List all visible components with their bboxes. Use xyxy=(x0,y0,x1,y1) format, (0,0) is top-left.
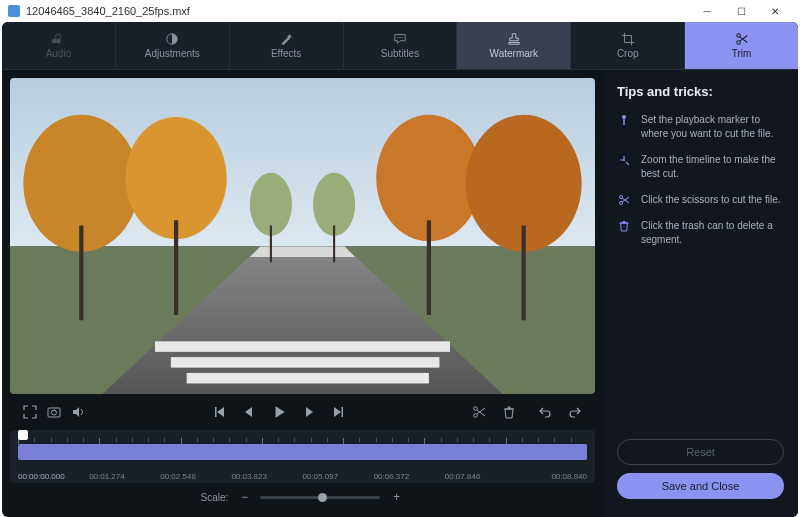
snapshot-button[interactable] xyxy=(42,400,66,424)
svg-point-3 xyxy=(402,37,403,38)
skip-end-button[interactable] xyxy=(327,400,351,424)
svg-point-5 xyxy=(736,41,740,45)
time-label: 00:02.548 xyxy=(160,472,231,481)
scissors-icon xyxy=(617,193,631,207)
wand-icon xyxy=(278,32,294,46)
minimize-button[interactable]: ─ xyxy=(690,0,724,22)
tab-subtitles[interactable]: Subtitles xyxy=(344,22,458,69)
time-label: 00:07.646 xyxy=(445,472,516,481)
tabs-bar: Audio Adjustments Effects Subtitles Wate… xyxy=(2,22,798,70)
delete-button[interactable] xyxy=(497,400,521,424)
timeline-labels: 00:00:00.000 00:01.274 00:02.548 00:03.8… xyxy=(10,470,595,481)
app-icon xyxy=(8,5,20,17)
scale-control: Scale: − + xyxy=(10,485,595,509)
svg-point-26 xyxy=(52,410,57,415)
crop-icon xyxy=(620,32,636,46)
tip-item: Set the playback marker to where you wan… xyxy=(617,113,784,141)
tips-title: Tips and tricks: xyxy=(617,84,784,99)
titlebar: 12046465_3840_2160_25fps.mxf ─ ☐ ✕ xyxy=(0,0,800,22)
tip-item: Click the trash can to delete a segment. xyxy=(617,219,784,247)
tab-crop[interactable]: Crop xyxy=(571,22,685,69)
main-area: 00:00:00.000 00:01.274 00:02.548 00:03.8… xyxy=(2,70,798,517)
scale-slider[interactable] xyxy=(260,496,380,499)
tip-text: Click the scissors to cut the file. xyxy=(641,193,781,207)
time-label: 00:06.372 xyxy=(374,472,445,481)
scale-thumb[interactable] xyxy=(318,493,327,502)
music-note-icon xyxy=(50,32,66,46)
timeline-clip[interactable] xyxy=(18,444,587,460)
tips-panel: Tips and tricks: Set the playback marker… xyxy=(603,70,798,517)
app-container: Audio Adjustments Effects Subtitles Wate… xyxy=(2,22,798,517)
tip-item: Click the scissors to cut the file. xyxy=(617,193,784,207)
tab-label: Trim xyxy=(732,48,752,59)
timeline-track[interactable] xyxy=(18,434,587,470)
svg-rect-25 xyxy=(48,408,60,417)
svg-point-27 xyxy=(474,407,478,411)
tip-text: Click the trash can to delete a segment. xyxy=(641,219,784,247)
tip-text: Zoom the timeline to make the best cut. xyxy=(641,153,784,181)
svg-point-2 xyxy=(399,37,400,38)
tab-adjustments[interactable]: Adjustments xyxy=(116,22,230,69)
scale-label: Scale: xyxy=(201,492,229,503)
maximize-button[interactable]: ☐ xyxy=(724,0,758,22)
zoom-out-button[interactable]: − xyxy=(236,489,252,505)
time-label: 00:01.274 xyxy=(89,472,160,481)
save-close-button[interactable]: Save and Close xyxy=(617,473,784,499)
tab-trim[interactable]: Trim xyxy=(685,22,798,69)
reset-button[interactable]: Reset xyxy=(617,439,784,465)
stamp-icon xyxy=(506,32,522,46)
close-button[interactable]: ✕ xyxy=(758,0,792,22)
tip-text: Set the playback marker to where you wan… xyxy=(641,113,784,141)
tab-label: Adjustments xyxy=(145,48,200,59)
time-label: 00:00:00.000 xyxy=(18,472,89,481)
zoom-icon xyxy=(617,153,631,181)
playback-marker[interactable] xyxy=(18,430,28,440)
fullscreen-button[interactable] xyxy=(18,400,42,424)
tab-label: Effects xyxy=(271,48,301,59)
time-label: 00:08.840 xyxy=(516,472,587,481)
video-preview[interactable] xyxy=(10,78,595,394)
tip-item: Zoom the timeline to make the best cut. xyxy=(617,153,784,181)
svg-point-4 xyxy=(736,34,740,38)
scissors-icon xyxy=(734,32,750,46)
window-title: 12046465_3840_2160_25fps.mxf xyxy=(26,5,690,17)
speech-bubble-icon xyxy=(392,32,408,46)
volume-button[interactable] xyxy=(66,400,90,424)
svg-point-29 xyxy=(622,115,626,119)
tab-watermark[interactable]: Watermark xyxy=(457,22,571,69)
play-button[interactable] xyxy=(267,400,291,424)
cut-button[interactable] xyxy=(467,400,491,424)
tab-label: Crop xyxy=(617,48,639,59)
svg-rect-12 xyxy=(187,373,429,384)
tab-effects[interactable]: Effects xyxy=(230,22,344,69)
time-label: 00:03.823 xyxy=(231,472,302,481)
player-controls xyxy=(10,398,595,426)
trash-icon xyxy=(617,219,631,247)
timeline[interactable]: 00:00:00.000 00:01.274 00:02.548 00:03.8… xyxy=(10,430,595,483)
svg-rect-10 xyxy=(155,341,450,352)
skip-start-button[interactable] xyxy=(207,400,231,424)
next-frame-button[interactable] xyxy=(297,400,321,424)
prev-frame-button[interactable] xyxy=(237,400,261,424)
contrast-icon xyxy=(164,32,180,46)
zoom-in-button[interactable]: + xyxy=(388,489,404,505)
editor-panel: 00:00:00.000 00:01.274 00:02.548 00:03.8… xyxy=(2,70,603,517)
svg-point-28 xyxy=(474,414,478,418)
tab-label: Watermark xyxy=(490,48,539,59)
tab-audio: Audio xyxy=(2,22,116,69)
undo-button[interactable] xyxy=(533,400,557,424)
svg-rect-11 xyxy=(171,357,440,368)
marker-icon xyxy=(617,113,631,141)
redo-button[interactable] xyxy=(563,400,587,424)
time-label: 00:05.097 xyxy=(303,472,374,481)
svg-point-1 xyxy=(397,37,398,38)
svg-marker-9 xyxy=(250,247,355,258)
tab-label: Subtitles xyxy=(381,48,419,59)
tab-label: Audio xyxy=(46,48,72,59)
preview-image xyxy=(10,78,595,394)
